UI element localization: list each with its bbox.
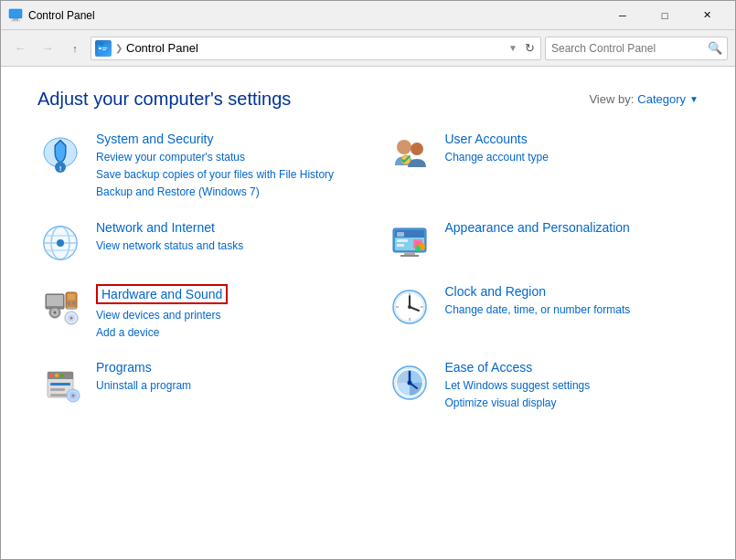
system-security-title[interactable]: System and Security xyxy=(96,132,334,146)
link-review-status[interactable]: Review your computer's status xyxy=(96,149,334,166)
page-header: Adjust your computer's settings View by:… xyxy=(37,89,699,110)
app-icon xyxy=(8,8,23,23)
category-network-internet: Network and Internet View network status… xyxy=(37,220,350,266)
categories-grid: ! System and Security Review your comput… xyxy=(37,132,699,430)
ease-access-title[interactable]: Ease of Access xyxy=(445,360,591,375)
svg-rect-7 xyxy=(102,49,106,50)
svg-point-59 xyxy=(60,374,64,377)
hardware-sound-text: Hardware and Sound View devices and prin… xyxy=(96,284,228,342)
svg-rect-25 xyxy=(397,239,408,242)
address-dropdown-button[interactable]: ▼ xyxy=(507,43,519,53)
programs-text: Programs Uninstall a program xyxy=(96,360,191,395)
category-system-security: ! System and Security Review your comput… xyxy=(37,132,350,202)
svg-rect-60 xyxy=(50,383,70,386)
programs-title[interactable]: Programs xyxy=(96,360,191,375)
up-button[interactable]: ↑ xyxy=(63,37,87,60)
appearance-icon xyxy=(387,220,432,266)
address-icon xyxy=(95,40,112,57)
svg-rect-26 xyxy=(397,244,404,247)
user-accounts-text: User Accounts Change account type xyxy=(445,132,549,166)
search-bar[interactable]: 🔍 xyxy=(545,37,728,60)
svg-rect-5 xyxy=(99,48,101,49)
clock-region-text: Clock and Region Change date, time, or n… xyxy=(445,284,631,319)
appearance-title[interactable]: Appearance and Personalization xyxy=(445,220,630,235)
view-by-value[interactable]: Category xyxy=(637,92,686,106)
svg-rect-61 xyxy=(50,388,65,391)
category-ease-access: Ease of Access Let Windows suggest setti… xyxy=(387,360,699,412)
svg-point-12 xyxy=(411,143,423,155)
appearance-text: Appearance and Personalization xyxy=(445,220,630,238)
link-view-devices-printers[interactable]: View devices and printers xyxy=(96,307,228,324)
ease-access-text: Ease of Access Let Windows suggest setti… xyxy=(445,360,591,412)
svg-rect-28 xyxy=(400,255,419,257)
category-clock-region: Clock and Region Change date, time, or n… xyxy=(387,284,699,342)
svg-point-41 xyxy=(72,301,76,305)
page-title: Adjust your computer's settings xyxy=(37,89,291,110)
svg-rect-42 xyxy=(67,307,76,309)
main-content: Adjust your computer's settings View by:… xyxy=(1,67,735,559)
svg-point-40 xyxy=(67,301,70,305)
svg-point-32 xyxy=(415,246,421,251)
window-controls: ─ □ ✕ xyxy=(602,1,728,30)
svg-rect-24 xyxy=(397,232,404,237)
forward-button[interactable]: → xyxy=(36,37,59,60)
search-button[interactable]: 🔍 xyxy=(703,37,727,60)
network-internet-icon xyxy=(37,220,83,266)
svg-rect-1 xyxy=(13,18,18,20)
view-by-arrow: ▼ xyxy=(689,94,699,104)
window-title: Control Panel xyxy=(28,9,602,22)
link-uninstall-program[interactable]: Uninstall a program xyxy=(96,377,191,395)
system-security-icon: ! xyxy=(37,132,83,177)
svg-text:!: ! xyxy=(59,164,62,173)
address-refresh-button[interactable]: ↻ xyxy=(523,41,537,55)
link-backup-files[interactable]: Save backup copies of your files with Fi… xyxy=(96,166,334,184)
category-programs: Programs Uninstall a program xyxy=(37,360,350,412)
svg-rect-27 xyxy=(404,252,415,255)
category-appearance-personalization: Appearance and Personalization xyxy=(387,220,699,266)
title-bar: Control Panel ─ □ ✕ xyxy=(1,1,735,30)
link-view-network-status[interactable]: View network status and tasks xyxy=(96,238,243,255)
svg-rect-34 xyxy=(47,295,63,306)
nav-bar: ← → ↑ ❯ Control Panel ▼ ↻ 🔍 xyxy=(1,30,735,67)
svg-rect-62 xyxy=(50,394,68,396)
user-accounts-icon xyxy=(387,132,432,177)
svg-point-50 xyxy=(408,305,411,309)
category-hardware-sound: Hardware and Sound View devices and prin… xyxy=(37,284,350,342)
view-by-label: View by: xyxy=(589,92,634,106)
system-security-text: System and Security Review your computer… xyxy=(96,132,334,202)
hardware-sound-icon xyxy=(37,284,83,330)
category-user-accounts: User Accounts Change account type xyxy=(387,132,699,202)
back-button[interactable]: ← xyxy=(8,37,32,60)
svg-point-45 xyxy=(70,316,73,319)
hardware-sound-title[interactable]: Hardware and Sound xyxy=(96,284,228,304)
user-accounts-title[interactable]: User Accounts xyxy=(445,132,549,146)
link-change-account-type[interactable]: Change account type xyxy=(445,149,549,166)
programs-icon xyxy=(37,360,83,406)
address-bar[interactable]: ❯ Control Panel ▼ ↻ xyxy=(91,37,541,60)
svg-rect-2 xyxy=(11,20,20,22)
minimize-button[interactable]: ─ xyxy=(602,1,644,30)
svg-point-37 xyxy=(54,311,57,313)
svg-rect-0 xyxy=(9,9,22,18)
ease-access-icon xyxy=(387,360,432,406)
svg-rect-4 xyxy=(100,43,103,46)
svg-point-11 xyxy=(397,140,411,154)
link-add-device[interactable]: Add a device xyxy=(96,324,228,342)
network-internet-text: Network and Internet View network status… xyxy=(96,220,243,255)
svg-point-65 xyxy=(72,394,75,396)
link-backup-restore[interactable]: Backup and Restore (Windows 7) xyxy=(96,184,334,201)
svg-rect-39 xyxy=(68,294,75,300)
network-internet-title[interactable]: Network and Internet xyxy=(96,220,243,235)
address-chevron: ❯ xyxy=(115,43,123,53)
svg-rect-6 xyxy=(102,48,107,48)
svg-point-70 xyxy=(407,380,411,385)
link-let-windows-suggest[interactable]: Let Windows suggest settings xyxy=(445,377,591,395)
link-change-date-time[interactable]: Change date, time, or number formats xyxy=(445,301,631,319)
svg-point-57 xyxy=(49,374,53,377)
clock-region-title[interactable]: Clock and Region xyxy=(445,284,631,299)
maximize-button[interactable]: □ xyxy=(644,1,686,30)
search-input[interactable] xyxy=(546,42,703,55)
link-optimize-visual-display[interactable]: Optimize visual display xyxy=(445,395,591,412)
close-button[interactable]: ✕ xyxy=(686,1,728,30)
clock-region-icon xyxy=(387,284,432,330)
